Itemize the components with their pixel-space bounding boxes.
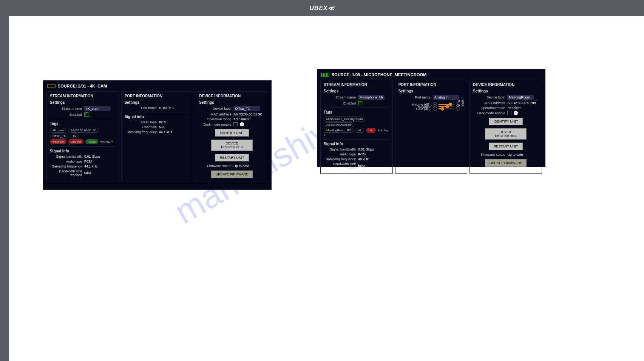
tag-row: 4K_cam A8:D2:36:00:51:9C Office_TX #2 — [50, 127, 116, 138]
section-settings: Settings — [398, 89, 464, 93]
label: Signal bandwidth — [324, 147, 356, 151]
info-icon[interactable]: i — [240, 122, 244, 126]
label: Enabled — [324, 101, 356, 105]
tag[interactable]: 4K_cam — [50, 128, 66, 133]
label: Dark mode enable — [473, 111, 505, 115]
label: Bandwidth limit reached — [324, 162, 356, 170]
section-signal: Signal info — [50, 149, 116, 153]
tag[interactable]: Microphone_MeetingRoom — [324, 117, 365, 121]
value: 0.01 Gbps — [84, 155, 100, 158]
restart-button[interactable]: RESTART UNIT — [215, 154, 249, 161]
device-props-button[interactable]: DEVICE PROPERTIES — [485, 128, 527, 140]
panel-source-microphone: SOURCE: 1/03 - MICROPHONE_MEETINGROOM ST… — [317, 69, 545, 167]
label: Operation mode — [199, 117, 231, 121]
port-info-col: PORT INFORMATION Settings Port nameHDMI … — [121, 91, 194, 182]
label: Device label — [199, 107, 231, 111]
tag[interactable]: camera — [68, 139, 84, 144]
value: PCM — [159, 120, 167, 124]
tag[interactable]: mic — [366, 128, 376, 133]
value: A8:D2:36:00:51:99 — [507, 101, 536, 105]
section-tags: Tags — [50, 121, 116, 126]
device-props-button[interactable]: DEVICE PROPERTIES — [211, 140, 253, 151]
source-icon — [321, 73, 329, 77]
value: N/A — [159, 125, 165, 129]
label: Bandwidth limit reached — [50, 169, 82, 177]
label: Audio type — [125, 120, 157, 124]
section-settings: Settings — [199, 100, 265, 104]
tag-row2: MeetingRoom_RX #1 mic Add tag + — [324, 127, 389, 137]
section-signal: Signal info — [324, 142, 389, 146]
section-settings: Settings — [50, 100, 116, 104]
label: Sampling frequency — [50, 164, 82, 168]
darkmode-checkbox[interactable] — [233, 122, 238, 126]
value: Receiver — [507, 106, 521, 110]
brand-logo: UBEX≪ — [309, 5, 334, 12]
section-settings: Settings — [324, 89, 389, 93]
update-fw-button[interactable]: UPDATE FIRMWARE — [485, 159, 527, 167]
identify-button[interactable]: IDENTIFY UNIT — [215, 129, 249, 137]
plus-icon: + — [111, 140, 113, 143]
label: MAC address — [473, 101, 505, 105]
stream-name-input[interactable] — [358, 95, 385, 100]
label: Operation mode — [473, 106, 505, 110]
label: Stream name — [324, 95, 356, 99]
device-label-input[interactable] — [507, 95, 534, 100]
device-info-col: DEVICE INFORMATION Settings Device label… — [196, 91, 268, 182]
restart-button[interactable]: RESTART UNIT — [489, 143, 523, 150]
label: Stream name — [50, 107, 82, 111]
add-tag-button[interactable]: Add tag + — [100, 140, 113, 143]
col-header: DEVICE INFORMATION — [473, 83, 539, 87]
col-header: STREAM INFORMATION — [50, 94, 116, 98]
label: Firmware status — [199, 164, 231, 168]
plus-icon[interactable]: + — [456, 107, 460, 111]
section-settings: Settings — [473, 89, 539, 93]
tag[interactable]: MeetingRoom_RX — [324, 128, 354, 133]
topbar: UBEX≪ — [0, 0, 644, 16]
minus-icon[interactable]: − — [433, 107, 437, 111]
label: Sampling frequency — [324, 157, 356, 161]
tag[interactable]: #2 — [70, 134, 79, 138]
tag[interactable]: A8:D2:36:00:51:99 — [324, 122, 354, 127]
label: Dark mode enable — [199, 123, 231, 126]
tag[interactable]: #1 — [355, 128, 364, 133]
value: 44.1 kHz — [159, 130, 173, 134]
label: Enabled — [50, 113, 82, 117]
panel-header: SOURCE: 2/01 - 4K_CAM — [43, 81, 271, 91]
stream-info-col: STREAM INFORMATION Settings Stream name … — [320, 80, 393, 174]
tag[interactable]: Office_TX — [50, 134, 68, 138]
enabled-checkbox[interactable] — [358, 101, 362, 105]
label: Port name — [125, 106, 157, 110]
value: PCM — [358, 152, 366, 156]
darkmode-checkbox[interactable] — [507, 111, 511, 115]
label: MAC address — [199, 112, 231, 116]
source-icon — [47, 84, 56, 88]
label: Device label — [473, 95, 505, 99]
identify-button[interactable]: IDENTIFY UNIT — [489, 118, 523, 125]
value: Up to date — [233, 164, 249, 168]
stream-info-col: STREAM INFORMATION Settings Stream name … — [46, 91, 119, 182]
info-icon[interactable]: i — [514, 111, 518, 115]
value: Up to date — [507, 153, 523, 157]
label: Audio type — [324, 152, 356, 156]
col-header: PORT INFORMATION — [398, 83, 464, 87]
label: Channels — [125, 125, 157, 129]
tag[interactable]: webcam — [50, 139, 66, 144]
col-header: PORT INFORMATION — [125, 94, 190, 98]
enabled-checkbox[interactable] — [84, 112, 88, 117]
value: 44.1 kHz — [84, 164, 98, 168]
col-header: STREAM INFORMATION — [324, 83, 389, 87]
plus-icon: + — [324, 134, 326, 137]
panel-title: SOURCE: 1/03 - MICROPHONE_MEETINGROOM — [332, 72, 426, 77]
panel-header: SOURCE: 1/03 - MICROPHONE_MEETINGROOM — [317, 69, 545, 80]
value: 0.01 Gbps — [358, 147, 374, 151]
device-label-input[interactable] — [233, 106, 260, 111]
tag-row: Microphone_MeetingRoom A8:D2:36:00:51:99 — [324, 116, 389, 127]
stream-name-input[interactable] — [84, 106, 111, 111]
tag[interactable]: 48:00 — [85, 139, 98, 144]
section-settings: Settings — [125, 100, 190, 104]
value: HDMI in 1 — [159, 106, 174, 110]
value: false — [84, 171, 91, 175]
label: Gain (dB) — [398, 107, 431, 111]
update-fw-button[interactable]: UPDATE FIRMWARE — [211, 171, 253, 178]
tag[interactable]: A8:D2:36:00:51:9C — [68, 128, 99, 133]
